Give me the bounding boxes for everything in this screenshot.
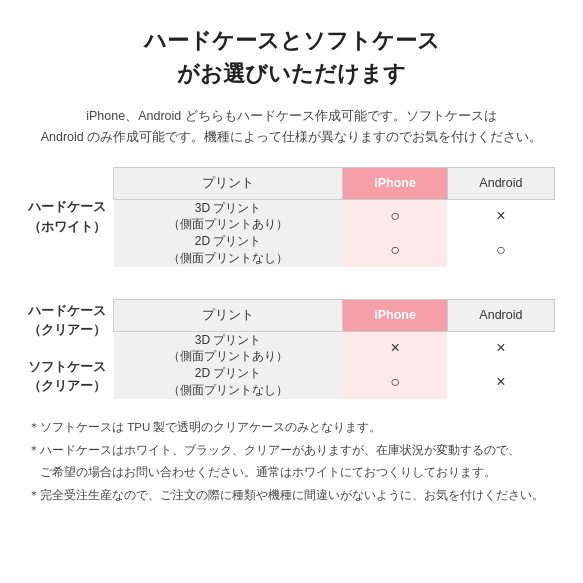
table-section-1: ハードケース（ホワイト） プリント iPhone Android bbox=[28, 167, 555, 267]
print-2d-2: 2D プリント（側面プリントなし） bbox=[114, 365, 343, 399]
table-row: 3D プリント（側面プリントあり） × × bbox=[114, 331, 555, 365]
print-3d-2: 3D プリント（側面プリントあり） bbox=[114, 331, 343, 365]
page-container: ハードケースとソフトケース がお選びいただけます iPhone、Android … bbox=[28, 24, 555, 506]
iphone-3d-2: × bbox=[343, 331, 447, 365]
table1-inner: プリント iPhone Android 3D プリント（側面プリントあり） ○ … bbox=[113, 167, 555, 267]
android-3d-1: × bbox=[447, 199, 554, 233]
print-3d-1: 3D プリント（側面プリントあり） bbox=[114, 199, 343, 233]
col-print-2: プリント bbox=[114, 299, 343, 331]
iphone-2d-1: ○ bbox=[343, 233, 447, 267]
table-row: 3D プリント（側面プリントあり） ○ × bbox=[114, 199, 555, 233]
col-android-1: Android bbox=[447, 167, 554, 199]
main-title: ハードケースとソフトケース がお選びいただけます bbox=[28, 24, 555, 90]
table-row: 2D プリント（側面プリントなし） ○ ○ bbox=[114, 233, 555, 267]
android-2d-2: × bbox=[447, 365, 554, 399]
notes-section: ＊ソフトケースは TPU 製で透明のクリアケースのみとなります。 ＊ハードケース… bbox=[28, 417, 555, 506]
print-2d-1: 2D プリント（側面プリントなし） bbox=[114, 233, 343, 267]
table1-label: ハードケース（ホワイト） bbox=[28, 167, 113, 267]
iphone-3d-1: ○ bbox=[343, 199, 447, 233]
android-2d-1: ○ bbox=[447, 233, 554, 267]
iphone-2d-2: ○ bbox=[343, 365, 447, 399]
note-1: ＊ソフトケースは TPU 製で透明のクリアケースのみとなります。 bbox=[28, 417, 555, 438]
note-3: ご希望の場合はお問い合わせください。通常はホワイトにておつくりしております。 bbox=[28, 462, 555, 483]
table-row: 2D プリント（側面プリントなし） ○ × bbox=[114, 365, 555, 399]
note-4: ＊完全受注生産なので、ご注文の際に種類や機種に間違いがないように、お気を付けくだ… bbox=[28, 485, 555, 506]
table2-label: ハードケース（クリアー）ソフトケース（クリアー） bbox=[28, 299, 113, 399]
table2-inner: プリント iPhone Android 3D プリント（側面プリントあり） × … bbox=[113, 299, 555, 399]
note-2: ＊ハードケースはホワイト、ブラック、クリアーがありますが、在庫状況が変動するので… bbox=[28, 440, 555, 461]
col-android-2: Android bbox=[447, 299, 554, 331]
subtitle-text: iPhone、Android どちらもハードケース作成可能です。ソフトケースはA… bbox=[28, 106, 555, 149]
table-section-2: ハードケース（クリアー）ソフトケース（クリアー） プリント iPhone And… bbox=[28, 299, 555, 399]
col-print-1: プリント bbox=[114, 167, 343, 199]
col-iphone-2: iPhone bbox=[343, 299, 447, 331]
col-iphone-1: iPhone bbox=[343, 167, 447, 199]
android-3d-2: × bbox=[447, 331, 554, 365]
